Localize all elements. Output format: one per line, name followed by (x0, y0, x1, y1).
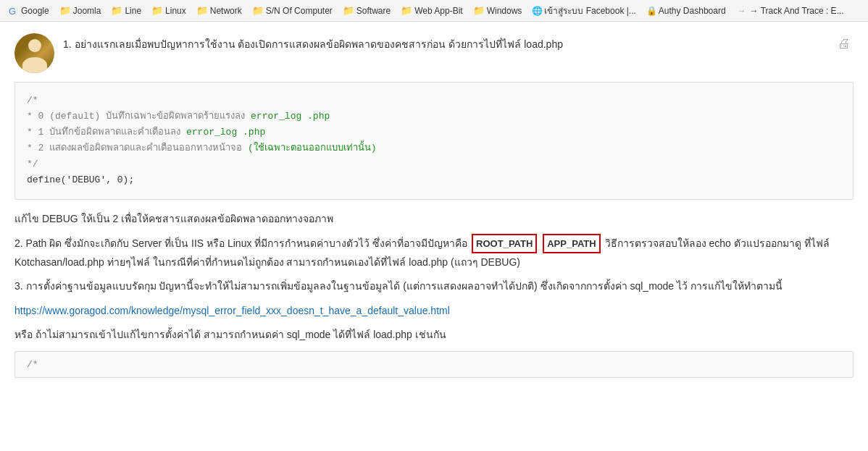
bookmark-linux-label: Linux (165, 6, 186, 16)
step2-text-before: 2. Path ผิด ซึ่งมักจะเกิดกับ Server ที่เ… (14, 237, 467, 249)
step1-title: 1. อย่างแรกเลยเมื่อพบปัญหาการใช้งาน ต้อง… (63, 33, 826, 52)
authy-icon: 🔒 (646, 6, 656, 16)
folder-icon: 📁 (473, 5, 485, 16)
content-area: 1. อย่างแรกเลยเมื่อพบปัญหาการใช้งาน ต้อง… (0, 22, 868, 451)
code-line-1: /* (27, 93, 841, 109)
facebook-icon: 🌐 (532, 6, 542, 16)
code-block-1: /* * 0 (default) บันทึกเฉพาะข้อผิดพลาดร้… (14, 82, 854, 200)
bookmark-facebook[interactable]: 🌐 เข้าสู่ระบบ Facebook |... (527, 2, 640, 19)
mysql-error-link[interactable]: https://www.goragod.com/knowledge/mysql_… (14, 305, 450, 316)
google-icon: G (9, 6, 19, 16)
code-line-3: * 1 บันทึกข้อผิดพลาดและคำเตือนลง error_l… (27, 125, 841, 140)
post-header: 1. อย่างแรกเลยเมื่อพบปัญหาการใช้งาน ต้อง… (14, 33, 854, 73)
folder-icon: 📁 (343, 5, 354, 16)
step2-text: 2. Path ผิด ซึ่งมักจะเกิดกับ Server ที่เ… (14, 234, 854, 272)
arrow-icon: → (738, 6, 746, 16)
bookmark-facebook-label: เข้าสู่ระบบ Facebook |... (544, 4, 636, 17)
bookmark-software[interactable]: 📁 Software (338, 4, 395, 17)
folder-icon: 📁 (59, 5, 71, 16)
link-container: https://www.goragod.com/knowledge/mysql_… (14, 302, 854, 320)
root-path-badge: ROOT_PATH (472, 234, 537, 253)
bookmark-joomla-label: Joomla (73, 6, 101, 16)
debug-text: แก้ไข DEBUG ให้เป็น 2 เพื่อให้คชสารแสดงผ… (14, 210, 854, 228)
bookmark-network-label: Network (210, 6, 242, 16)
folder-icon: 📁 (252, 5, 264, 16)
bookmark-authy-label: Authy Dashboard (659, 6, 726, 16)
bookmark-track[interactable]: → → Track And Trace : E... (732, 4, 848, 17)
code-block-2: /* (14, 351, 854, 378)
print-button[interactable]: 🖨 (835, 33, 854, 54)
code-line-4: * 2 แสดงผลข้อผิดพลาดและคำเตือนออกทางหน้า… (27, 140, 841, 156)
bookmark-software-label: Software (356, 6, 391, 16)
bookmark-track-label: → Track And Trace : E... (750, 6, 844, 16)
bookmark-windows[interactable]: 📁 Windows (469, 4, 527, 17)
code-line-5: */ (27, 156, 841, 172)
step3-text: 3. การตั้งค่าฐานข้อมูลแบบรัดกุม ปัญหานี้… (14, 277, 854, 295)
bookmark-joomla[interactable]: 📁 Joomla (55, 4, 106, 17)
bookmark-google[interactable]: G Google (4, 4, 54, 17)
bookmark-linux[interactable]: 📁 Linux (147, 4, 191, 17)
bookmark-network[interactable]: 📁 Network (192, 4, 246, 17)
app-path-badge: APP_PATH (543, 234, 600, 253)
bookmark-windows-label: Windows (487, 6, 522, 16)
bookmark-line[interactable]: 📁 Line (107, 4, 146, 17)
code-block2-start: /* (27, 359, 38, 370)
bookmark-sn-computer[interactable]: 📁 S/N Of Computer (248, 4, 337, 17)
step3-text2: หรือ ถ้าไม่สามารถเข้าไปแก้ไขการตั้งค่าได… (14, 326, 854, 344)
avatar (14, 33, 54, 73)
bookmark-sn-label: S/N Of Computer (266, 6, 333, 16)
folder-icon: 📁 (401, 5, 412, 16)
folder-icon: 📁 (151, 5, 163, 16)
bookmark-webapp-label: Web App-Bit (414, 6, 462, 16)
code-line-2: * 0 (default) บันทึกเฉพาะข้อผิดพลาดร้ายแ… (27, 109, 841, 125)
bookmark-authy[interactable]: 🔒 Authy Dashboard (642, 4, 730, 17)
bookmark-google-label: Google (21, 6, 49, 16)
bookmark-line-label: Line (125, 6, 141, 16)
folder-icon: 📁 (111, 5, 122, 16)
code-line-6: define('DEBUG', 0); (27, 172, 841, 188)
bookmark-webapp[interactable]: 📁 Web App-Bit (396, 4, 467, 17)
bookmarks-bar: G Google 📁 Joomla 📁 Line 📁 Linux 📁 Netwo… (0, 0, 868, 22)
folder-icon: 📁 (196, 5, 208, 16)
